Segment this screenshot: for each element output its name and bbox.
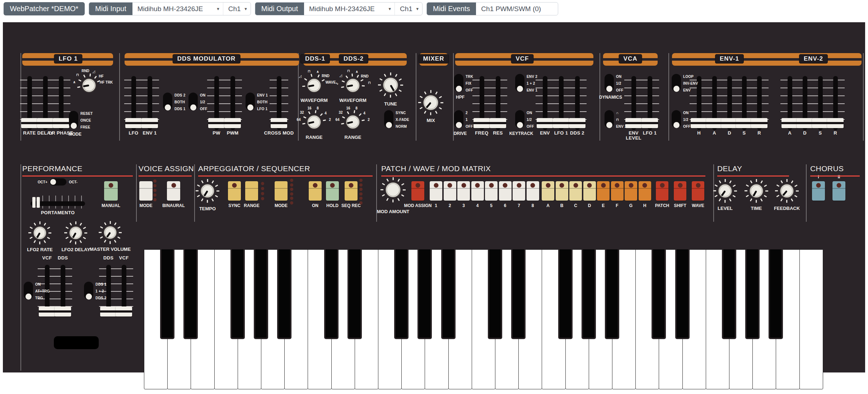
bender-pad[interactable]	[54, 336, 99, 349]
midi-input-channel-select[interactable]: Ch1 ▾	[223, 3, 251, 15]
switch-knob[interactable]	[71, 123, 77, 129]
slider-handle-dds[interactable]	[100, 306, 117, 316]
black-key[interactable]	[769, 249, 783, 339]
black-key[interactable]	[417, 249, 432, 339]
button-matrix-d[interactable]	[583, 181, 596, 201]
button-arp-range[interactable]	[245, 181, 258, 201]
slider-handle-env-level[interactable]	[625, 118, 642, 128]
black-key[interactable]	[558, 249, 573, 339]
button-manual[interactable]	[104, 181, 118, 201]
button-shift[interactable]	[674, 181, 686, 201]
knob-dds2-waveform[interactable]	[346, 78, 360, 93]
button-matrix-g[interactable]	[625, 181, 637, 201]
switch-knob[interactable]	[606, 86, 612, 92]
button-matrix-a[interactable]	[542, 181, 554, 201]
slider-handle-cross-mod[interactable]	[271, 118, 287, 128]
switch-knob[interactable]	[86, 294, 92, 300]
black-key[interactable]	[230, 249, 245, 339]
slider-handle-dds-2[interactable]	[569, 118, 585, 128]
slider-handle-dds[interactable]	[55, 306, 71, 316]
slider-handle-lfo[interactable]	[125, 118, 142, 128]
button-matrix-c[interactable]	[569, 181, 582, 201]
slider-handle-d[interactable]	[721, 118, 738, 128]
button-matrix-8[interactable]	[527, 181, 539, 201]
slider-handle-a[interactable]	[706, 118, 723, 128]
black-key[interactable]	[277, 249, 291, 339]
knob-delay-level[interactable]	[718, 184, 732, 198]
black-key[interactable]	[652, 249, 666, 339]
knob-mix[interactable]	[423, 95, 439, 111]
black-key[interactable]	[394, 249, 409, 339]
button-matrix-b[interactable]	[556, 181, 568, 201]
slider-handle-r[interactable]	[827, 118, 844, 128]
slider-handle-h[interactable]	[691, 118, 707, 128]
button-seq-rec[interactable]	[345, 181, 358, 201]
switch-knob[interactable]	[517, 86, 523, 92]
black-key[interactable]	[160, 249, 174, 339]
slider-handle-env-1[interactable]	[141, 118, 158, 128]
switch-knob[interactable]	[386, 122, 392, 128]
switch-knob[interactable]	[673, 122, 680, 128]
switch-knob[interactable]	[673, 86, 680, 92]
button-wave[interactable]	[692, 181, 704, 201]
knob-mod-amount[interactable]	[385, 182, 401, 198]
button-chorus-2[interactable]	[832, 181, 845, 201]
switch-knob[interactable]	[517, 122, 523, 128]
button-matrix-2[interactable]	[444, 181, 456, 201]
button-matrix-7[interactable]	[513, 181, 525, 201]
knob-dds2-range[interactable]	[346, 115, 360, 129]
slider-handle-vcf[interactable]	[116, 306, 132, 316]
slider-handle-pw[interactable]	[208, 118, 225, 128]
button-binaural[interactable]	[167, 181, 180, 201]
slider-handle-rate[interactable]	[21, 118, 38, 128]
button-matrix-6[interactable]	[499, 181, 512, 201]
app-title-button[interactable]: WebPatcher *DEMO*	[4, 2, 85, 15]
slider-handle-vcf[interactable]	[39, 306, 55, 316]
black-key[interactable]	[582, 249, 596, 339]
knob-lfo1-waveform[interactable]	[82, 78, 96, 93]
button-matrix-4[interactable]	[471, 181, 484, 201]
button-mod-assign[interactable]	[411, 181, 424, 201]
black-key[interactable]	[675, 249, 690, 339]
midi-input-device-select[interactable]: Midihub MH-23426JE ▾	[132, 3, 223, 15]
portamento-handle[interactable]	[32, 197, 36, 208]
button-arp-sync[interactable]	[228, 181, 241, 201]
switch-knob[interactable]	[25, 294, 32, 300]
slider-handle-lfo-1[interactable]	[553, 118, 569, 128]
button-arp-mode[interactable]	[275, 181, 288, 201]
button-patch[interactable]	[656, 181, 668, 201]
slider-handle-a[interactable]	[781, 118, 798, 128]
slider-handle-r[interactable]	[751, 118, 767, 128]
knob-delay-feedback[interactable]	[780, 184, 794, 198]
black-key[interactable]	[441, 249, 456, 339]
switch-knob[interactable]	[190, 104, 196, 111]
button-arp-on[interactable]	[309, 181, 322, 201]
button-voice-mode[interactable]	[139, 181, 153, 201]
portamento-handle[interactable]	[37, 197, 40, 208]
knob-delay-time[interactable]	[749, 184, 764, 198]
slider-handle-s[interactable]	[736, 118, 752, 128]
black-key[interactable]	[254, 249, 268, 339]
slider-handle-pwm[interactable]	[224, 118, 241, 128]
slider-handle-d[interactable]	[797, 118, 813, 128]
octave-toggle-knob[interactable]	[50, 179, 56, 185]
slider-handle-res[interactable]	[490, 118, 506, 128]
slider-handle-lr-phase[interactable]	[53, 118, 69, 128]
knob-tempo[interactable]	[200, 184, 215, 198]
button-matrix-h[interactable]	[639, 181, 651, 201]
button-matrix-5[interactable]	[485, 181, 498, 201]
switch-knob[interactable]	[456, 86, 462, 92]
black-key[interactable]	[605, 249, 619, 339]
button-matrix-f[interactable]	[611, 181, 624, 201]
knob-dds1-range[interactable]	[307, 115, 321, 129]
slider-handle-s[interactable]	[812, 118, 829, 128]
slider-handle-delay[interactable]	[37, 118, 53, 128]
black-key[interactable]	[324, 249, 339, 339]
black-key[interactable]	[183, 249, 198, 339]
button-hold[interactable]	[326, 181, 339, 201]
switch-knob[interactable]	[165, 104, 171, 111]
button-chorus-1[interactable]	[812, 181, 825, 201]
black-key[interactable]	[745, 249, 760, 339]
black-key[interactable]	[347, 249, 362, 339]
switch-knob[interactable]	[247, 104, 253, 111]
